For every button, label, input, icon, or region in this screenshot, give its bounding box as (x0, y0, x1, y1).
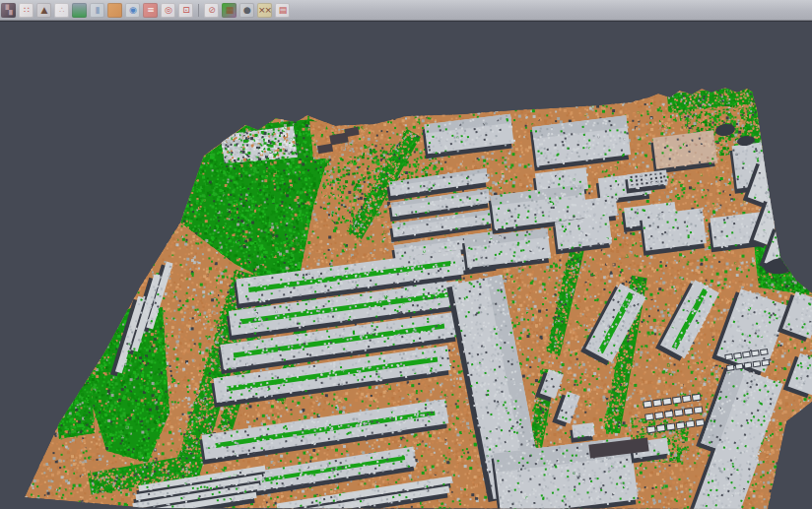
profile-view-icon-glyph: ▮ (96, 6, 100, 15)
select-box-icon-glyph: ⊡ (182, 6, 189, 15)
subsample-icon[interactable]: ∴ (54, 3, 69, 18)
registration-points-icon[interactable]: ∷ (19, 3, 34, 18)
mesh-sphere-icon[interactable]: ● (239, 3, 254, 18)
import-tile-icon-glyph: ▚ (6, 6, 12, 15)
attribute-list-icon-glyph: ≡ (147, 6, 154, 15)
subsample-icon-glyph: ∴ (59, 6, 64, 15)
pick-center-icon[interactable]: ◎ (161, 3, 175, 18)
application-window: ▚∷▲∴▮◉≡◎⊡⊘▦●××▤ (0, 0, 812, 509)
viewport-3d (0, 22, 812, 509)
pick-center-icon-glyph: ◎ (165, 6, 171, 15)
remove-points-icon-glyph: ×× (258, 6, 271, 15)
mesh-sphere-icon-glyph: ● (243, 6, 250, 15)
ortho-image-icon[interactable] (107, 3, 122, 18)
classified-cloud-icon[interactable]: ▦ (222, 3, 237, 18)
profile-view-icon[interactable]: ▮ (90, 3, 104, 18)
dem-hill-icon[interactable] (72, 3, 87, 18)
toolbar-separator (197, 3, 201, 18)
select-box-icon[interactable]: ⊡ (178, 3, 193, 18)
flatten-tool-icon-glyph: ▤ (279, 6, 287, 15)
remove-points-icon[interactable]: ×× (257, 3, 272, 18)
rotate-view-icon[interactable]: ◉ (125, 3, 140, 18)
attribute-list-icon[interactable]: ≡ (143, 3, 158, 18)
tin-terrain-icon[interactable]: ▲ (36, 3, 51, 18)
import-tile-icon[interactable]: ▚ (1, 3, 16, 18)
registration-points-icon-glyph: ∷ (24, 6, 29, 15)
clip-by-circle-icon-glyph: ⊘ (208, 6, 215, 15)
point-cloud-canvas[interactable] (0, 22, 812, 509)
clip-by-circle-icon[interactable]: ⊘ (204, 3, 219, 18)
main-toolbar: ▚∷▲∴▮◉≡◎⊡⊘▦●××▤ (0, 0, 812, 21)
rotate-view-icon-glyph: ◉ (129, 6, 136, 15)
tin-terrain-icon-glyph: ▲ (41, 6, 47, 15)
classified-cloud-icon-glyph: ▦ (226, 6, 234, 15)
flatten-tool-icon[interactable]: ▤ (275, 3, 290, 18)
